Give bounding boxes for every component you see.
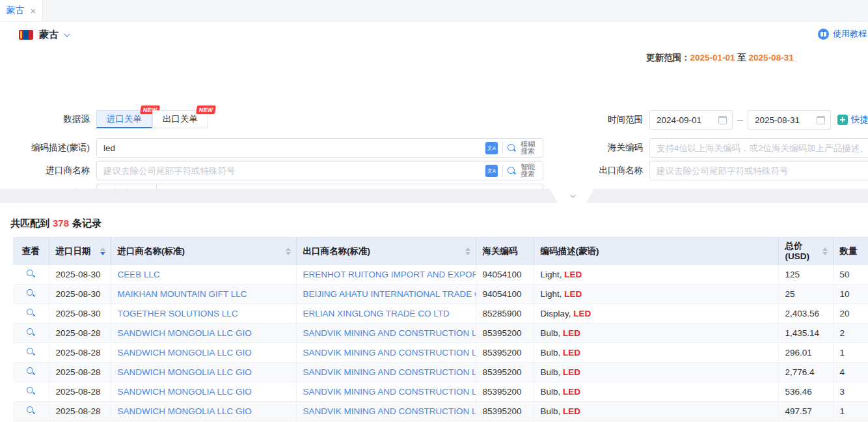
match-count: 378 (53, 218, 69, 229)
end-date-input[interactable] (748, 110, 831, 130)
led-keyword: LED (563, 348, 580, 358)
importer-input[interactable] (97, 162, 485, 180)
quantity: 1 (840, 348, 845, 358)
collapse-form-button[interactable] (550, 189, 594, 203)
form-collapse-band (0, 189, 868, 203)
window-tab-bar: 蒙古 × (0, 0, 868, 21)
translate-icon[interactable] (485, 142, 498, 154)
exporter-link[interactable]: ERLIAN XINGLONG TRADE CO LTD (303, 309, 450, 318)
time-range-label: 时间范围 (573, 114, 643, 126)
code-desc-field: 模糊搜索 (96, 138, 543, 158)
importer-link[interactable]: SANDWICH MONGOLIA LLC GIO (118, 367, 252, 377)
tutorial-link[interactable]: 使用教程 (818, 28, 867, 40)
new-badge: NEW (196, 106, 216, 114)
translate-icon[interactable] (485, 165, 498, 177)
exporter-link[interactable]: SANDVIK MINING AND CONSTRUCTION L... (303, 367, 476, 377)
exporter-link[interactable]: SANDVIK MINING AND CONSTRUCTION L... (303, 387, 476, 397)
export-declarations-tab[interactable]: 出口关单 NEW (152, 110, 208, 128)
import-declarations-tab[interactable]: 进口关单 NEW (96, 110, 152, 128)
col-quantity: 数量 (833, 238, 868, 265)
led-keyword: LED (564, 289, 582, 299)
close-tab-icon[interactable]: × (31, 5, 36, 16)
importer-link[interactable]: TOGETHER SOLUTIONS LLC (118, 309, 238, 318)
view-record-icon[interactable] (26, 288, 35, 298)
view-record-icon[interactable] (26, 406, 35, 415)
col-total-price[interactable]: 总价 (USD) (778, 238, 833, 265)
hs-code: 85285900 (483, 309, 522, 318)
import-date: 2025-08-28 (56, 328, 101, 338)
country-dropdown-chevron-icon[interactable] (64, 31, 70, 37)
view-record-icon[interactable] (26, 386, 35, 395)
tab-mongolia[interactable]: 蒙古 × (0, 0, 43, 21)
hs-code-field (649, 138, 868, 158)
table-body: 2025-08-30 CEEB LLC ERENHOT RUITONG IMPO… (13, 265, 868, 421)
chevron-down-icon (570, 192, 575, 197)
table-row: 2025-08-28 SANDWICH MONGOLIA LLC GIO SAN… (13, 402, 868, 421)
exporter-input[interactable] (650, 162, 868, 180)
quantity: 2 (840, 328, 845, 338)
tab-title: 蒙古 (7, 5, 25, 16)
view-record-icon[interactable] (26, 328, 35, 337)
date-separator: – (737, 114, 743, 126)
col-importer[interactable]: 进口商名称(标准) (111, 238, 296, 265)
view-record-icon[interactable] (26, 269, 35, 278)
smart-search-label[interactable]: 智能搜索 (521, 163, 537, 178)
import-date: 2025-08-28 (56, 367, 101, 377)
fuzzy-search-label[interactable]: 模糊搜索 (521, 141, 537, 156)
exporter-field (649, 161, 868, 180)
importer-link[interactable]: CEEB LLC (118, 270, 160, 279)
importer-field: 智能搜索 (96, 161, 543, 180)
importer-link[interactable]: MAIKHAN MOUNTAIN GIFT LLC (118, 289, 247, 299)
mongolia-flag-icon (19, 30, 33, 40)
sort-icon (282, 247, 291, 255)
code-desc: Light, (541, 270, 562, 279)
import-date: 2025-08-28 (56, 348, 101, 358)
start-date-input[interactable] (649, 110, 733, 130)
exporter-link[interactable]: SANDVIK MINING AND CONSTRUCTION L... (303, 406, 476, 416)
tutorial-label: 使用教程 (833, 28, 867, 40)
exporter-link[interactable]: SANDVIK MINING AND CONSTRUCTION L... (303, 328, 476, 338)
fuzzy-search-icon[interactable] (508, 144, 516, 152)
import-date: 2025-08-30 (56, 289, 101, 299)
results-table: 查看 进口日期 进口商名称(标准) 出口商名称(标准) 海关编码 编码描述(蒙语… (13, 237, 868, 421)
table-row: 2025-08-30 CEEB LLC ERENHOT RUITONG IMPO… (13, 265, 868, 285)
total-price: 296.01 (785, 348, 812, 358)
results-panel: 共匹配到378条记录 查看 进口日期 进口商名称(标准) 出口商名称(标准) 海… (0, 203, 868, 422)
quantity: 50 (840, 270, 850, 279)
exporter-link[interactable]: ERENHOT RUITONG IMPORT AND EXPORT ... (303, 270, 476, 279)
total-price: 2,776.4 (785, 367, 815, 377)
hs-code: 85395200 (483, 348, 522, 358)
code-desc-input[interactable] (97, 139, 485, 157)
importer-link[interactable]: SANDWICH MONGOLIA LLC GIO (118, 406, 252, 416)
view-record-icon[interactable] (26, 347, 35, 356)
exporter-link[interactable]: SANDVIK MINING AND CONSTRUCTION L... (303, 348, 476, 358)
quantity: 4 (840, 367, 845, 377)
update-range: 更新范围：2025-01-01 至 2025-08-31 (646, 52, 794, 64)
total-price: 536.46 (785, 387, 812, 397)
import-date: 2025-08-30 (56, 270, 101, 279)
smart-search-icon[interactable] (508, 167, 516, 175)
code-desc: Bulb, (541, 328, 561, 338)
update-end-date: 2025-08-31 (749, 53, 794, 63)
importer-link[interactable]: SANDWICH MONGOLIA LLC GIO (118, 387, 252, 397)
col-exporter[interactable]: 出口商名称(标准) (296, 238, 476, 265)
hs-code-label: 海关编码 (573, 142, 643, 154)
total-price: 497.57 (785, 406, 812, 416)
quick-select-button[interactable]: 快捷 (837, 114, 868, 126)
importer-link[interactable]: SANDWICH MONGOLIA LLC GIO (118, 328, 252, 338)
table-row: 2025-08-28 SANDWICH MONGOLIA LLC GIO SAN… (13, 382, 868, 402)
exporter-link[interactable]: BEIJING AHATU INTERNATIONAL TRADE C... (303, 289, 476, 299)
code-desc: Bulb, (541, 348, 561, 358)
hs-code-input[interactable] (650, 139, 868, 157)
table-row: 2025-08-30 TOGETHER SOLUTIONS LLC ERLIAN… (13, 304, 868, 324)
hs-code: 85395200 (483, 406, 522, 416)
importer-link[interactable]: SANDWICH MONGOLIA LLC GIO (118, 348, 252, 358)
quick-select-icon (837, 115, 848, 125)
view-record-icon[interactable] (26, 367, 35, 376)
code-desc: Bulb, (541, 367, 561, 377)
import-date: 2025-08-28 (56, 387, 101, 397)
view-record-icon[interactable] (26, 308, 35, 317)
total-price: 125 (785, 270, 800, 279)
total-price: 1,435.14 (785, 328, 820, 338)
col-import-date[interactable]: 进口日期 (49, 238, 111, 265)
